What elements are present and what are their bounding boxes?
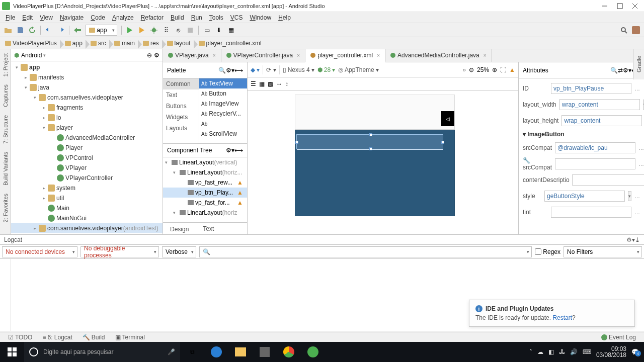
run-config-combo[interactable]: app — [86, 25, 117, 36]
crumb[interactable]: VideoPlayerPlus — [2, 39, 62, 48]
menu-code[interactable]: Code — [87, 14, 109, 21]
tree-row[interactable]: Player — [11, 143, 163, 153]
component-tree-row[interactable]: vp_fast_rew...▲ — [163, 177, 247, 188]
back-icon[interactable] — [72, 25, 83, 36]
close-button[interactable] — [632, 3, 638, 9]
palette-category[interactable]: Text — [163, 89, 199, 101]
start-button[interactable] — [0, 342, 24, 362]
tray-icon[interactable]: ◧ — [548, 348, 554, 355]
search-everywhere-icon[interactable] — [618, 25, 629, 36]
open-icon[interactable] — [3, 25, 14, 36]
palette-item[interactable]: Ab ScrollView — [199, 129, 247, 139]
close-tab-icon[interactable]: × — [377, 53, 380, 58]
tree-row[interactable]: Main — [11, 203, 163, 213]
collapse-icon[interactable]: ⊖ — [147, 52, 152, 59]
attribute-input[interactable] — [551, 83, 631, 94]
network-icon[interactable]: 🖧 — [559, 348, 565, 355]
event-log-tab[interactable]: Event Log — [596, 334, 641, 341]
menu-navigate[interactable]: Navigate — [56, 14, 87, 21]
selection-box[interactable] — [296, 134, 443, 149]
attribute-input[interactable] — [561, 115, 642, 126]
profile-icon[interactable]: ⠿ — [160, 25, 172, 36]
attribute-group[interactable]: ▾ ImageButton — [523, 129, 640, 140]
component-tree-row[interactable]: ▾ LinearLayout (horiz... — [163, 167, 247, 177]
tree-row[interactable]: ▸io — [11, 113, 163, 123]
tray-up-icon[interactable]: ˄ — [529, 348, 532, 355]
language-icon[interactable]: ⌨ — [583, 348, 591, 355]
sdk-icon[interactable]: ⬇ — [213, 25, 224, 36]
hide-icon[interactable]: ⤓ — [635, 236, 640, 243]
search-icon[interactable]: 🔍 — [218, 67, 226, 74]
minimize-button[interactable] — [602, 3, 608, 9]
logcat-body[interactable]: iIDE and Plugin Updates The IDE is ready… — [0, 259, 644, 331]
gear-icon[interactable]: ⚙ — [154, 52, 159, 59]
tree-row[interactable]: ▸com.samuelives.videoplayer (androidTest… — [11, 223, 163, 233]
component-tree-row[interactable]: vp_fast_for...▲ — [163, 198, 247, 208]
component-tree-row[interactable]: ▾ LinearLayout (vertical) — [163, 157, 247, 167]
project-tab[interactable]: 1: Project — [3, 51, 9, 78]
menu-help[interactable]: Help — [275, 14, 294, 21]
menu-view[interactable]: View — [36, 14, 56, 21]
attribute-input[interactable] — [555, 142, 635, 153]
gear-icon[interactable]: ⚙▾ — [623, 67, 631, 74]
project-view-dropdown[interactable]: Android ▾ — [21, 52, 46, 59]
api-dropdown[interactable]: ⬢ 28 ▾ — [317, 66, 335, 73]
store-icon[interactable] — [253, 342, 277, 362]
redo-icon[interactable] — [55, 25, 66, 36]
palette-category[interactable]: Buttons — [163, 101, 199, 112]
debug-icon[interactable] — [148, 25, 159, 36]
palette-item[interactable]: Ab Button — [199, 88, 247, 99]
menu-analyze[interactable]: Analyze — [109, 14, 137, 21]
attribute-input[interactable] — [544, 191, 625, 202]
collapse-icon[interactable]: ⟷ — [234, 67, 243, 74]
explorer-icon[interactable] — [228, 342, 253, 362]
crumb[interactable]: src — [88, 39, 111, 48]
component-tree[interactable]: ▾ LinearLayout (vertical)▾ LinearLayout … — [163, 157, 247, 222]
structure-tab[interactable]: 7: Structure — [3, 113, 9, 146]
menu-refactor[interactable]: Refactor — [137, 14, 167, 21]
editor-tab[interactable]: VPlayer.java× — [163, 49, 221, 62]
filter-combo[interactable]: No Filters — [564, 246, 642, 257]
attach-icon[interactable]: ⎋ — [173, 25, 184, 36]
maximize-button[interactable] — [617, 3, 623, 9]
tree-row[interactable]: ▸util — [11, 193, 163, 203]
more-icon[interactable]: … — [634, 209, 640, 215]
terminal-tab[interactable]: ▣ Terminal — [110, 334, 150, 341]
apply-icon[interactable] — [136, 25, 147, 36]
menu-vcs[interactable]: VCS — [227, 14, 247, 21]
design-canvas[interactable]: ◁ — [248, 90, 518, 234]
gear-icon[interactable]: ⚙▾ — [226, 147, 234, 154]
layout-icon[interactable]: ▦ — [225, 25, 236, 36]
crumb[interactable]: app — [62, 39, 88, 48]
save-icon[interactable] — [15, 25, 26, 36]
palette-item[interactable]: Ab RecyclerV... — [199, 109, 247, 119]
tree-row[interactable]: VPControl — [11, 153, 163, 163]
crumb[interactable]: layout — [164, 39, 196, 48]
crumb[interactable]: main — [111, 39, 140, 48]
warning-icon[interactable]: ▲ — [509, 66, 515, 73]
gear-icon[interactable]: ⚙▾ — [226, 67, 234, 74]
dropdown-icon[interactable]: ▾ — [628, 191, 631, 201]
close-tab-icon[interactable]: × — [213, 53, 216, 58]
palette-category[interactable]: Widgets — [163, 112, 199, 123]
close-tab-icon[interactable]: × — [484, 53, 487, 58]
tree-row[interactable]: ▸fragments — [11, 103, 163, 113]
text-tab[interactable]: Text — [196, 223, 221, 234]
tree-row[interactable]: ▸manifests — [11, 72, 163, 82]
tree-row[interactable]: VPlayer — [11, 163, 163, 173]
more-icon[interactable]: … — [638, 145, 644, 151]
zoom-out-icon[interactable]: ⊖ — [469, 66, 474, 73]
grid-icon[interactable]: ▦ — [259, 80, 265, 87]
more-icon[interactable]: … — [638, 161, 644, 167]
palette-item[interactable]: Ab ImageView — [199, 99, 247, 109]
favorites-tab[interactable]: 2: Favorites — [3, 192, 9, 224]
mic-icon[interactable]: 🎤 — [168, 348, 175, 355]
orientation-dropdown[interactable]: ⟳ ▾ — [266, 66, 276, 73]
log-level-combo[interactable]: Verbose — [162, 246, 196, 257]
attribute-input[interactable] — [572, 174, 644, 186]
tree-row[interactable]: VPlayerController — [11, 173, 163, 183]
menu-file[interactable]: File — [2, 14, 19, 21]
component-tree-row[interactable]: ▾ LinearLayout (horiz — [163, 208, 247, 218]
task-view-icon[interactable]: ⧉ — [180, 342, 204, 362]
android-studio-icon[interactable] — [301, 342, 325, 362]
